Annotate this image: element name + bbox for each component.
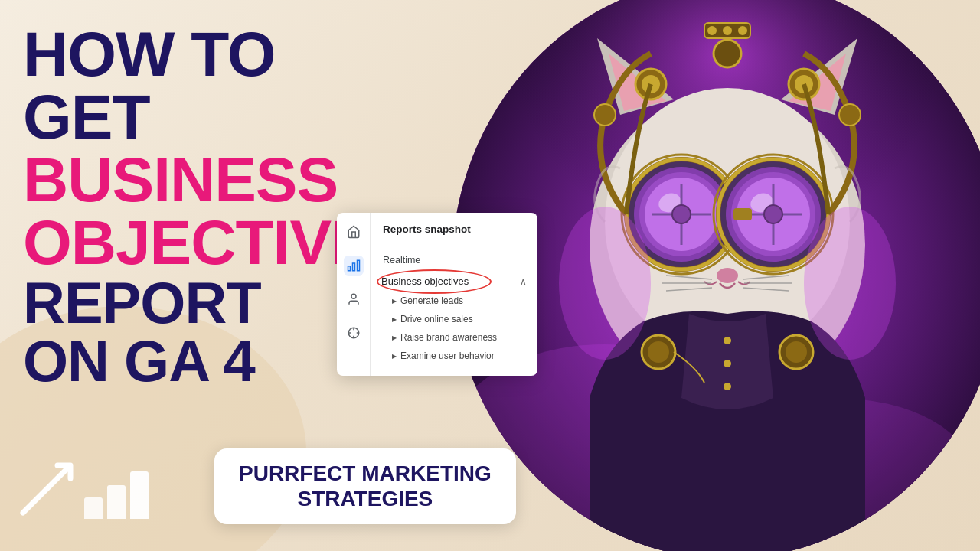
- svg-point-56: [723, 26, 732, 35]
- bottom-left-graphic: [15, 452, 149, 520]
- title-line-1: HOW TO GET: [23, 23, 383, 148]
- bar-1: [84, 497, 103, 519]
- realtime-item[interactable]: Realtime: [371, 249, 537, 271]
- bar-3: [130, 471, 149, 519]
- triangle-icon-1: ▶: [392, 298, 397, 305]
- drive-online-sales-item[interactable]: ▶ Drive online sales: [371, 310, 537, 328]
- realtime-label: Realtime: [383, 255, 420, 266]
- menu-content-area: Reports snapshot Realtime Business objec…: [371, 213, 537, 376]
- menu-sidebar: [337, 213, 371, 376]
- svg-point-36: [594, 104, 616, 126]
- svg-point-35: [714, 40, 741, 67]
- bottom-badge: PURRFECT MARKETING STRATEGIES: [214, 448, 516, 524]
- title-line-4: REPORT: [23, 274, 383, 332]
- svg-point-51: [786, 341, 807, 363]
- svg-point-55: [707, 26, 717, 35]
- svg-point-49: [648, 341, 669, 363]
- generate-leads-label: Generate leads: [400, 295, 463, 306]
- title-line-3: OBJECTIVES: [23, 211, 383, 274]
- triangle-icon-4: ▶: [392, 353, 397, 360]
- raise-brand-awareness-label: Raise brand awareness: [400, 332, 497, 343]
- chart-icon[interactable]: [344, 256, 364, 276]
- expand-icon: ∧: [520, 276, 527, 287]
- title-line-2: BUSINESS: [23, 148, 383, 211]
- drive-online-sales-label: Drive online sales: [400, 314, 473, 324]
- svg-rect-30: [733, 208, 752, 220]
- examine-user-behavior-label: Examine user behavior: [400, 350, 495, 361]
- raise-brand-awareness-item[interactable]: ▶ Raise brand awareness: [371, 328, 537, 347]
- bar-chart-graphic: [84, 471, 149, 519]
- svg-point-45: [724, 337, 731, 344]
- badge-line-2: STRATEGIES: [239, 486, 492, 512]
- badge-line-1: PURRFECT MARKETING: [239, 461, 492, 487]
- left-title-area: HOW TO GET BUSINESS OBJECTIVES REPORT ON…: [23, 23, 383, 390]
- svg-point-46: [724, 360, 731, 367]
- generate-leads-item[interactable]: ▶ Generate leads: [371, 292, 537, 310]
- svg-point-37: [839, 104, 861, 126]
- examine-user-behavior-item[interactable]: ▶ Examine user behavior: [371, 347, 537, 365]
- person-icon[interactable]: [344, 289, 364, 309]
- svg-rect-58: [357, 260, 359, 271]
- svg-point-53: [804, 207, 896, 360]
- svg-rect-59: [352, 263, 354, 271]
- svg-point-47: [724, 383, 731, 390]
- svg-point-27: [764, 205, 782, 223]
- ga4-menu-panel: Reports snapshot Realtime Business objec…: [337, 213, 537, 376]
- svg-point-57: [738, 26, 747, 35]
- svg-rect-60: [348, 266, 350, 271]
- cursor-icon[interactable]: [344, 323, 364, 343]
- title-line-5: ON GA 4: [23, 332, 383, 390]
- triangle-icon-3: ▶: [392, 334, 397, 341]
- business-objectives-row[interactable]: Business objectives ∧: [371, 271, 537, 292]
- triangle-icon-2: ▶: [392, 316, 397, 323]
- svg-point-17: [672, 205, 691, 223]
- svg-point-38: [717, 268, 738, 283]
- svg-point-61: [351, 294, 356, 298]
- reports-snapshot-label: Reports snapshot: [371, 223, 537, 243]
- home-icon[interactable]: [344, 222, 364, 242]
- bar-2: [107, 485, 126, 519]
- business-objectives-label: Business objectives: [381, 276, 469, 287]
- svg-point-52: [559, 207, 651, 360]
- growth-arrow: [15, 452, 84, 520]
